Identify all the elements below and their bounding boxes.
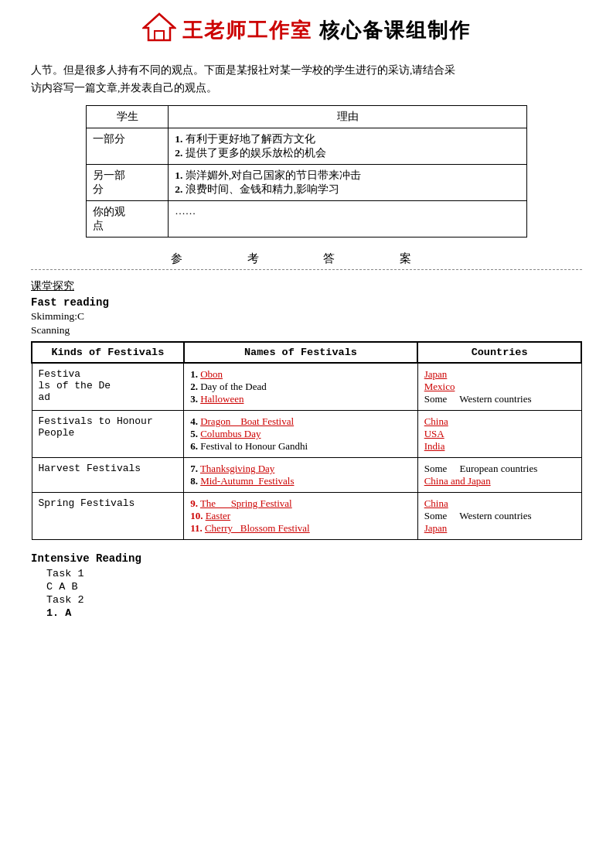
table-row: 一部分 1. 有利于更好地了解西方文化 2. 提供了更多的娱乐放松的机会 xyxy=(87,128,526,164)
fest-header-names: Names of Festivals xyxy=(184,342,418,363)
task1-answers: C A B xyxy=(46,581,582,593)
cn-table: 学生 理由 一部分 1. 有利于更好地了解西方文化 2. 提供了更多的娱乐放松的… xyxy=(86,105,526,238)
japan-link-1[interactable]: Japan xyxy=(424,368,448,380)
cn-table-header-student: 学生 xyxy=(87,105,169,128)
japan-link-2[interactable]: Japan xyxy=(424,522,448,534)
countries-honour: China USA India xyxy=(417,410,581,457)
halloween-link[interactable]: Halloween xyxy=(200,393,243,405)
header: 王老师工作室 核心备课组制作 xyxy=(31,8,582,53)
kind-harvest: Harvest Festivals xyxy=(32,457,184,492)
cn-student-2: 另一部分 xyxy=(87,164,169,200)
names-dead: 1. Obon 2. Day of the Dead 3. Halloween xyxy=(184,363,418,411)
countries-spring: China Some Western countries Japan xyxy=(417,492,581,539)
skimming-line: Skimming:C xyxy=(31,310,582,323)
table-row: 你的观点 …… xyxy=(87,200,526,237)
section-title: 课堂探究 xyxy=(31,279,582,293)
cn-table-header-reason: 理由 xyxy=(169,105,526,128)
easter-link[interactable]: Easter xyxy=(206,510,230,521)
task2-answer: 1. A xyxy=(46,607,582,619)
china-link-2[interactable]: China xyxy=(424,497,448,509)
ref-section: 参 考 答 案 xyxy=(31,251,582,266)
columbus-link[interactable]: Columbus Day xyxy=(200,428,261,439)
table-row: Festivals of the Dead 1. Obon 2. Day of … xyxy=(32,363,581,411)
india-link[interactable]: India xyxy=(424,440,445,452)
kind-dead: Festivals of the Dead xyxy=(32,363,184,411)
midautumn-link[interactable]: Mid-Autumn Festivals xyxy=(200,475,294,487)
fast-reading-label: Fast reading xyxy=(31,296,582,309)
fest-header-countries: Countries xyxy=(417,342,581,363)
page: 王老师工作室 核心备课组制作 人节。但是很多人持有不同的观点。下面是某报社对某一… xyxy=(0,0,613,868)
svg-rect-1 xyxy=(155,31,164,40)
ref-divider xyxy=(31,269,582,270)
spring-festival-link[interactable]: The Spring Festival xyxy=(200,497,292,509)
kind-spring: Spring Festivals xyxy=(32,492,184,539)
china-japan-link[interactable]: China and Japan xyxy=(424,475,491,487)
mexico-link[interactable]: Mexico xyxy=(424,381,455,392)
cherry-blossom-link[interactable]: Cherry Blossom Festival xyxy=(205,522,310,534)
kind-honour: Festivals to Honour People xyxy=(32,410,184,457)
cn-student-3: 你的观点 xyxy=(87,200,169,237)
names-spring: 9. The Spring Festival 10. Easter 11. Ch… xyxy=(184,492,418,539)
house-icon xyxy=(142,12,176,48)
intensive-section: Intensive Reading Task 1 C A B Task 2 1.… xyxy=(31,552,582,619)
countries-dead: Japan Mexico Some Western countries xyxy=(417,363,581,411)
svg-marker-0 xyxy=(144,14,175,40)
header-title: 王老师工作室 核心备课组制作 xyxy=(182,17,471,44)
names-honour: 4. Dragon Boat Festival 5. Columbus Day … xyxy=(184,410,418,457)
fest-header-kind: Kinds of Festivals xyxy=(32,342,184,363)
intro-text: 人节。但是很多人持有不同的观点。下面是某报社对某一学校的学生进行的采访,请结合采… xyxy=(31,62,582,97)
festival-table: Kinds of Festivals Names of Festivals Co… xyxy=(31,341,582,540)
countries-harvest: Some European countries China and Japan xyxy=(417,457,581,492)
table-row: Spring Festivals 9. The Spring Festival … xyxy=(32,492,581,539)
scanning-line: Scanning xyxy=(31,324,582,337)
usa-link[interactable]: USA xyxy=(424,428,444,439)
task1-label: Task 1 xyxy=(46,568,582,579)
table-row: Harvest Festivals 7. Thanksgiving Day 8.… xyxy=(32,457,581,492)
table-row: 另一部分 1. 崇洋媚外,对自己国家的节日带来冲击 2. 浪费时间、金钱和精力,… xyxy=(87,164,526,200)
cn-reason-3: …… xyxy=(169,200,526,237)
obon-link[interactable]: Obon xyxy=(200,368,223,380)
dragon-boat-link[interactable]: Dragon Boat Festival xyxy=(200,415,294,427)
thanksgiving-link[interactable]: Thanksgiving Day xyxy=(200,463,274,474)
china-link-1[interactable]: China xyxy=(424,415,448,427)
task2-label: Task 2 xyxy=(46,594,582,606)
cn-reason-2: 1. 崇洋媚外,对自己国家的节日带来冲击 2. 浪费时间、金钱和精力,影响学习 xyxy=(169,164,526,200)
names-harvest: 7. Thanksgiving Day 8. Mid-Autumn Festiv… xyxy=(184,457,418,492)
intensive-label: Intensive Reading xyxy=(31,552,582,565)
table-row: Festivals to Honour People 4. Dragon Boa… xyxy=(32,410,581,457)
cn-reason-1: 1. 有利于更好地了解西方文化 2. 提供了更多的娱乐放松的机会 xyxy=(169,128,526,164)
cn-student-1: 一部分 xyxy=(87,128,169,164)
